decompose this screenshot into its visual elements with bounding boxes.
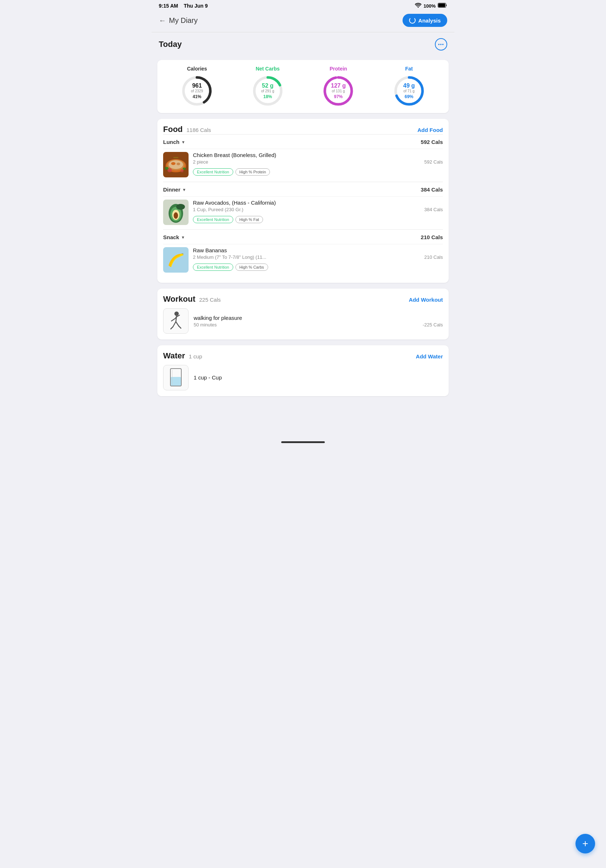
water-image bbox=[163, 365, 189, 391]
home-indicator bbox=[281, 441, 325, 443]
protein-pct: 97% bbox=[334, 94, 343, 99]
avocado-tags: Excellent Nutrition High % Fat bbox=[193, 216, 443, 223]
svg-line-33 bbox=[171, 327, 173, 329]
avocado-name: Raw Avocados, (Hass - California) bbox=[193, 200, 443, 206]
workout-header: Workout 225 Cals Add Workout bbox=[163, 294, 443, 304]
app-header: ← My Diary Analysis bbox=[152, 10, 454, 32]
svg-rect-20 bbox=[173, 157, 178, 158]
fat-metric: Fat 49 g of 71 g 69% bbox=[375, 66, 443, 107]
svg-line-32 bbox=[173, 322, 176, 327]
battery-percentage: 100% bbox=[424, 3, 436, 9]
fat-label: Fat bbox=[405, 66, 413, 71]
status-bar: 9:15 AM Thu Jun 9 100% bbox=[152, 0, 454, 10]
banana-detail-row: 2 Medium (7" To 7-7/8" Long) (11... 210 … bbox=[193, 254, 443, 262]
protein-label: Protein bbox=[329, 66, 347, 71]
snack-group: Snack ▼ 210 Cals Raw Bananas bbox=[163, 229, 443, 277]
back-button[interactable]: ← bbox=[159, 16, 166, 25]
food-title: Food bbox=[163, 125, 183, 134]
banana-cals: 210 Cals bbox=[424, 254, 443, 260]
avocado-cals: 384 Cals bbox=[424, 207, 443, 212]
svg-point-15 bbox=[176, 163, 180, 165]
list-item[interactable]: Raw Bananas 2 Medium (7" To 7-7/8" Long)… bbox=[163, 244, 443, 277]
high-fat-tag: High % Fat bbox=[235, 216, 263, 223]
analysis-button[interactable]: Analysis bbox=[402, 14, 447, 27]
avocado-detail: 1 Cup, Pureed (230 Gr.) bbox=[193, 207, 243, 212]
dinner-cals: 384 Cals bbox=[421, 186, 443, 193]
fat-pct: 69% bbox=[405, 94, 413, 99]
svg-rect-27 bbox=[163, 247, 189, 273]
chicken-detail: 2 piece bbox=[193, 159, 208, 165]
chicken-info: Chicken Breast (Boneless, Grilled) 2 pie… bbox=[193, 152, 443, 175]
bottom-bar bbox=[152, 439, 454, 446]
dinner-group: Dinner ▼ 384 Cals Raw Avocados, bbox=[163, 182, 443, 229]
header-left: ← My Diary bbox=[159, 16, 198, 25]
battery-icon bbox=[438, 3, 447, 9]
netcarbs-value: 52 g bbox=[262, 82, 274, 89]
svg-point-17 bbox=[181, 169, 184, 172]
add-workout-button[interactable]: Add Workout bbox=[409, 297, 443, 303]
walk-svg bbox=[165, 310, 187, 332]
netcarbs-pct: 18% bbox=[263, 94, 272, 99]
walk-image bbox=[163, 308, 189, 334]
time-label: 9:15 AM bbox=[159, 3, 178, 9]
food-header: Food 1186 Cals Add Food bbox=[163, 125, 443, 134]
workout-section: Workout 225 Cals Add Workout bbox=[157, 288, 449, 339]
main-content: Today ••• Calories 961 of 2329 41% bbox=[152, 33, 454, 431]
banana-name: Raw Bananas bbox=[193, 247, 443, 253]
svg-line-34 bbox=[176, 322, 179, 326]
fat-circle: 49 g of 71 g 69% bbox=[393, 74, 425, 107]
avocado-image bbox=[163, 200, 189, 225]
today-title: Today bbox=[159, 40, 182, 49]
walk-duration: 50 minutes bbox=[194, 322, 217, 327]
lunch-name: Lunch ▼ bbox=[163, 139, 185, 145]
more-icon: ••• bbox=[438, 42, 444, 47]
list-item[interactable]: walking for pleasure 50 minutes -225 Cal… bbox=[163, 308, 443, 334]
water-label: 1 cup - Cup bbox=[194, 374, 222, 381]
metrics-grid: Calories 961 of 2329 41% Net Carbs bbox=[163, 66, 443, 107]
lunch-cals: 592 Cals bbox=[421, 139, 443, 145]
food-section: Food 1186 Cals Add Food Lunch ▼ 592 Cals bbox=[157, 119, 449, 283]
avocado-info: Raw Avocados, (Hass - California) 1 Cup,… bbox=[193, 200, 443, 223]
date-label: Thu Jun 9 bbox=[184, 3, 208, 9]
add-water-button[interactable]: Add Water bbox=[416, 353, 443, 360]
workout-title: Workout bbox=[163, 294, 195, 304]
list-item[interactable]: Chicken Breast (Boneless, Grilled) 2 pie… bbox=[163, 149, 443, 182]
snack-dropdown-arrow: ▼ bbox=[181, 235, 185, 240]
netcarbs-metric: Net Carbs 52 g of 291 g 18% bbox=[234, 66, 302, 107]
food-total-cals: 1186 Cals bbox=[186, 127, 211, 133]
avocado-svg bbox=[163, 200, 189, 225]
walk-info: walking for pleasure 50 minutes -225 Cal… bbox=[194, 315, 443, 327]
protein-value: 127 g bbox=[331, 82, 346, 89]
lunch-header[interactable]: Lunch ▼ 592 Cals bbox=[163, 135, 443, 149]
calories-pct: 41% bbox=[193, 94, 201, 99]
dinner-header[interactable]: Dinner ▼ 384 Cals bbox=[163, 182, 443, 196]
chicken-svg bbox=[163, 152, 189, 177]
calories-value: 961 bbox=[192, 82, 202, 89]
netcarbs-circle: 52 g of 291 g 18% bbox=[251, 74, 284, 107]
bottom-spacer bbox=[157, 402, 449, 431]
svg-point-25 bbox=[174, 212, 178, 219]
list-item[interactable]: Raw Avocados, (Hass - California) 1 Cup,… bbox=[163, 196, 443, 229]
dinner-dropdown-arrow: ▼ bbox=[182, 188, 186, 192]
page-title: My Diary bbox=[169, 16, 198, 25]
avocado-detail-row: 1 Cup, Pureed (230 Gr.) 384 Cals bbox=[193, 207, 443, 214]
water-title: Water bbox=[163, 351, 185, 360]
chicken-tags: Excellent Nutrition High % Protein bbox=[193, 168, 443, 175]
banana-svg bbox=[163, 247, 189, 273]
svg-line-35 bbox=[179, 326, 181, 328]
analysis-label: Analysis bbox=[418, 17, 441, 23]
status-icons: 100% bbox=[415, 3, 447, 9]
today-header-row: Today ••• bbox=[157, 33, 449, 54]
calories-label: Calories bbox=[187, 66, 207, 71]
today-section: Calories 961 of 2329 41% Net Carbs bbox=[157, 60, 449, 113]
more-button[interactable]: ••• bbox=[435, 38, 447, 51]
svg-point-26 bbox=[176, 204, 185, 210]
svg-point-18 bbox=[165, 167, 169, 170]
avocado-nutrition-tag: Excellent Nutrition bbox=[193, 216, 233, 223]
list-item[interactable]: 1 cup - Cup bbox=[163, 365, 443, 391]
water-amount: 1 cup bbox=[189, 353, 203, 360]
add-food-button[interactable]: Add Food bbox=[417, 127, 443, 133]
banana-image bbox=[163, 247, 189, 273]
status-time: 9:15 AM Thu Jun 9 bbox=[159, 3, 208, 9]
snack-header[interactable]: Snack ▼ 210 Cals bbox=[163, 230, 443, 244]
